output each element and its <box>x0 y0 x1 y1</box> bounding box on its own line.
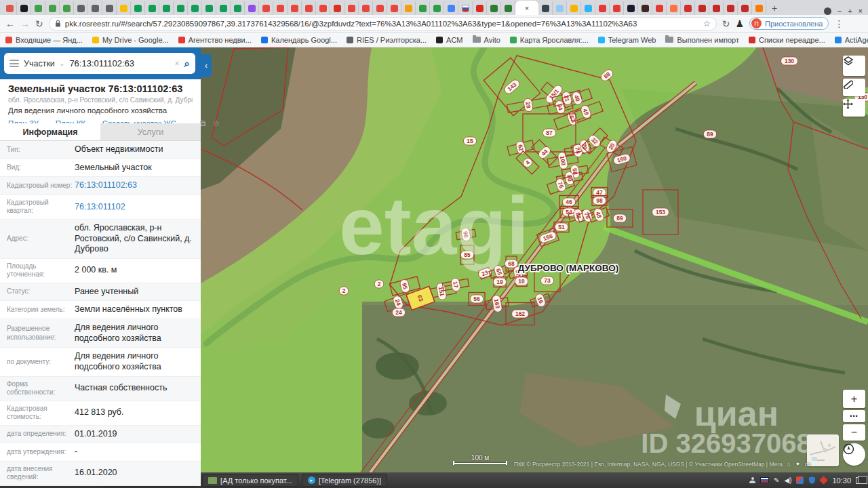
browser-tab[interactable] <box>117 1 131 15</box>
browser-tab[interactable] <box>638 1 652 15</box>
browser-tab[interactable] <box>74 1 88 15</box>
minimize-button[interactable]: − <box>837 7 842 15</box>
menu-burger-icon[interactable] <box>9 60 19 67</box>
browser-tab[interactable] <box>245 1 259 15</box>
browser-tab[interactable] <box>695 1 709 15</box>
app-tray-icon[interactable] <box>820 476 828 484</box>
parcel[interactable]: 19 <box>493 277 506 287</box>
browser-tab[interactable] <box>288 1 302 15</box>
pen-tray-icon[interactable]: ✎ <box>774 476 779 484</box>
screenshot-tray-icon[interactable] <box>796 476 804 484</box>
search-box[interactable]: Участки ⌄ 76:13:011102:63 × ⌕ <box>4 53 195 74</box>
browser-tab[interactable] <box>273 1 288 15</box>
browser-tab[interactable] <box>102 1 117 15</box>
browser-tab[interactable] <box>595 1 610 15</box>
browser-tab[interactable] <box>302 1 316 15</box>
maximize-button[interactable]: + <box>848 7 852 15</box>
search-icon[interactable]: ⌕ <box>184 58 190 70</box>
chevron-down-icon[interactable]: ⌄ <box>60 60 65 67</box>
locate-button[interactable] <box>843 99 865 117</box>
shield-tray-icon[interactable] <box>808 476 815 484</box>
browser-tab[interactable] <box>709 1 724 15</box>
tab-services[interactable]: Услуги <box>100 123 201 140</box>
bookmark-item[interactable]: Календарь Googl... <box>261 36 337 44</box>
browser-tab[interactable] <box>31 1 45 15</box>
browser-tab[interactable] <box>387 1 401 15</box>
browser-tab[interactable] <box>159 1 174 15</box>
volume-icon[interactable]: ◀) <box>784 476 791 484</box>
user-tray-icon[interactable] <box>749 477 755 483</box>
browser-tab[interactable] <box>444 1 458 15</box>
row-value-link[interactable]: 76:13:011102:63 <box>75 180 194 191</box>
bookmark-item[interactable]: Карта Ярославля:... <box>510 36 589 44</box>
browser-tab[interactable] <box>473 1 487 15</box>
parcel[interactable]: 89 <box>703 130 716 138</box>
browser-tab[interactable] <box>202 1 216 15</box>
zoom-in-button[interactable]: + <box>843 390 865 408</box>
browser-tab[interactable] <box>259 1 273 15</box>
extension-pin-icon[interactable]: ♟ <box>735 19 744 28</box>
browser-tab[interactable] <box>145 1 159 15</box>
star-icon[interactable]: ☆ <box>212 119 220 128</box>
back-icon[interactable]: ← <box>5 19 15 28</box>
taskbar-window-button[interactable]: ▸[Telegram (27856)] <box>302 474 387 487</box>
browser-tab[interactable] <box>17 1 31 15</box>
address-bar[interactable]: pkk.rosreestr.ru/#/search/57.29230859097… <box>49 17 717 30</box>
compass-button[interactable] <box>843 443 865 466</box>
browser-tab[interactable] <box>188 1 202 15</box>
browser-tab[interactable] <box>88 1 102 15</box>
browser-tab[interactable] <box>538 1 553 15</box>
new-tab-button[interactable]: + <box>766 1 783 15</box>
app-menu-icon[interactable] <box>824 7 831 15</box>
taskbar-window-button[interactable]: [АД только покупат... <box>202 474 298 487</box>
browser-tab[interactable] <box>667 1 681 15</box>
browser-tab[interactable] <box>458 1 473 15</box>
more-tools-button[interactable]: ••• <box>843 410 865 422</box>
bookmark-item[interactable]: My Drive - Google... <box>92 36 169 44</box>
browser-tab[interactable] <box>373 1 387 15</box>
clear-search-icon[interactable]: × <box>175 59 180 68</box>
browser-tab[interactable] <box>487 1 501 15</box>
browser-tab[interactable] <box>216 1 231 15</box>
measure-button[interactable] <box>843 79 865 96</box>
bookmark-item[interactable]: Avito <box>473 36 500 44</box>
bookmark-item[interactable]: Агентство недви... <box>178 36 252 44</box>
layers-button[interactable] <box>843 56 865 76</box>
browser-tab[interactable] <box>553 1 567 15</box>
search-category[interactable]: Участки <box>24 59 55 68</box>
browser-tab[interactable] <box>401 1 416 15</box>
browser-tab[interactable] <box>3 1 17 15</box>
row-value-link[interactable]: 76:13:011102 <box>75 202 194 213</box>
bookmark-item[interactable]: ActiAgent <box>835 36 868 44</box>
parcel[interactable]: 130 <box>781 57 798 65</box>
extension-refresh-icon[interactable]: ↻ <box>722 19 730 28</box>
browser-tab[interactable] <box>738 1 752 15</box>
bookmark-item[interactable]: RIES / Риэлторска... <box>347 36 427 44</box>
parcel[interactable]: 15 <box>463 137 476 145</box>
forward-icon[interactable]: → <box>20 19 30 28</box>
browser-tab[interactable] <box>752 1 766 15</box>
browser-tab[interactable] <box>330 1 344 15</box>
tab-close-icon[interactable]: × <box>525 4 529 12</box>
bookmark-star-icon[interactable]: ☆ <box>703 19 711 28</box>
active-tab[interactable]: × <box>515 1 538 15</box>
parcel[interactable]: 10 <box>515 277 528 287</box>
map-canvas[interactable]: 1432815/13421406749888762444100747032201… <box>201 47 868 472</box>
browser-tab[interactable] <box>359 1 373 15</box>
browser-tab[interactable] <box>567 1 581 15</box>
browser-tab[interactable] <box>681 1 695 15</box>
parcel[interactable]: 2 <box>374 280 384 288</box>
browser-tab[interactable] <box>610 1 624 15</box>
bookmark-item[interactable]: Telegram Web <box>598 36 656 44</box>
browser-tab[interactable] <box>416 1 430 15</box>
browser-tab[interactable] <box>174 1 188 15</box>
browser-tab[interactable] <box>231 1 245 15</box>
close-button[interactable]: × <box>859 7 863 15</box>
bookmark-item[interactable]: ACM <box>436 36 462 44</box>
browser-tab[interactable] <box>344 1 359 15</box>
zoom-out-button[interactable]: − <box>843 424 865 441</box>
browser-tab[interactable] <box>430 1 444 15</box>
search-input[interactable]: 76:13:011102:63 <box>69 58 170 68</box>
parcel[interactable]: 2 <box>339 287 349 295</box>
reload-icon[interactable]: ↻ <box>35 19 43 28</box>
